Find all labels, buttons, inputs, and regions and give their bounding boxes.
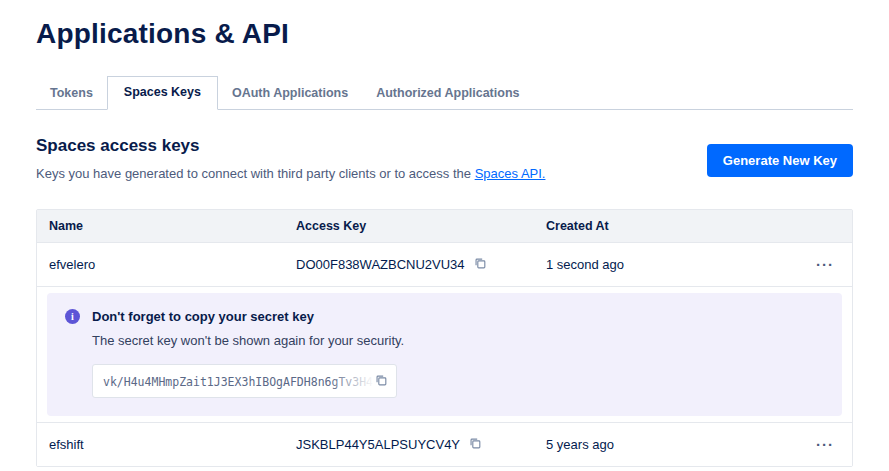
tab-authorized-applications[interactable]: Authorized Applications [362,78,533,109]
column-header-created-at: Created At [534,210,804,242]
tab-tokens[interactable]: Tokens [36,78,107,109]
created-at-value: 1 second ago [534,244,804,285]
copy-access-key-button[interactable] [468,436,482,453]
table-row: efshift JSKBLP44Y5ALPSUYCV4Y 5 years ago… [37,423,852,466]
row-actions-button[interactable]: ··· [804,257,846,272]
copy-icon [468,436,482,453]
generate-new-key-button[interactable]: Generate New Key [707,144,853,177]
spaces-keys-table: Name Access Key Created At efvelero DO00… [36,209,853,467]
row-actions-cell: ··· [804,257,852,273]
column-header-access-key: Access Key [284,210,534,242]
tab-oauth-applications[interactable]: OAuth Applications [218,78,362,109]
notice-header: i Don't forget to copy your secret key [65,309,824,324]
copy-icon [473,256,487,273]
row-actions-button[interactable]: ··· [804,437,846,452]
section-header-text: Spaces access keys Keys you have generat… [36,136,545,181]
copy-icon [374,373,388,390]
tab-spaces-keys[interactable]: Spaces Keys [107,76,218,110]
notice-title: Don't forget to copy your secret key [92,309,314,324]
secret-key-notice-row: i Don't forget to copy your secret key T… [37,287,852,423]
info-icon: i [65,309,80,324]
secret-key-field: vk/H4u4MHmpZait1J3EX3hIBOgAFDH8n6gTv3H4k… [92,364,397,398]
created-at-value: 5 years ago [534,424,804,465]
access-key-cell: JSKBLP44Y5ALPSUYCV4Y [284,423,534,466]
section-description-text: Keys you have generated to connect with … [36,166,475,181]
secret-key-text-wrap: vk/H4u4MHmpZait1J3EX3hIBOgAFDH8n6gTv3H4k… [103,372,374,390]
access-key-value: DO00F838WAZBCNU2VU34 [296,257,465,272]
section-header: Spaces access keys Keys you have generat… [36,136,853,181]
row-actions-cell: ··· [804,437,852,453]
copy-access-key-button[interactable] [473,256,487,273]
page-title: Applications & API [36,18,853,50]
key-name: efshift [37,424,284,465]
access-key-cell: DO00F838WAZBCNU2VU34 [284,243,534,286]
column-header-name: Name [37,210,284,242]
section-description: Keys you have generated to connect with … [36,166,545,181]
applications-api-page: Applications & API Tokens Spaces Keys OA… [0,0,889,467]
key-name: efvelero [37,244,284,285]
section-heading: Spaces access keys [36,136,545,156]
table-row: efvelero DO00F838WAZBCNU2VU34 1 second a… [37,243,852,287]
copy-secret-key-button[interactable] [374,373,388,390]
tab-bar: Tokens Spaces Keys OAuth Applications Au… [36,76,853,110]
access-key-value: JSKBLP44Y5ALPSUYCV4Y [296,437,460,452]
table-header-row: Name Access Key Created At [37,210,852,243]
secret-key-value: vk/H4u4MHmpZait1J3EX3hIBOgAFDH8n6gTv3H4k… [103,375,374,389]
notice-body: The secret key won't be shown again for … [92,333,824,348]
secret-key-notice-panel: i Don't forget to copy your secret key T… [47,293,842,416]
column-header-actions [804,217,852,235]
spaces-api-link[interactable]: Spaces API. [475,166,546,181]
